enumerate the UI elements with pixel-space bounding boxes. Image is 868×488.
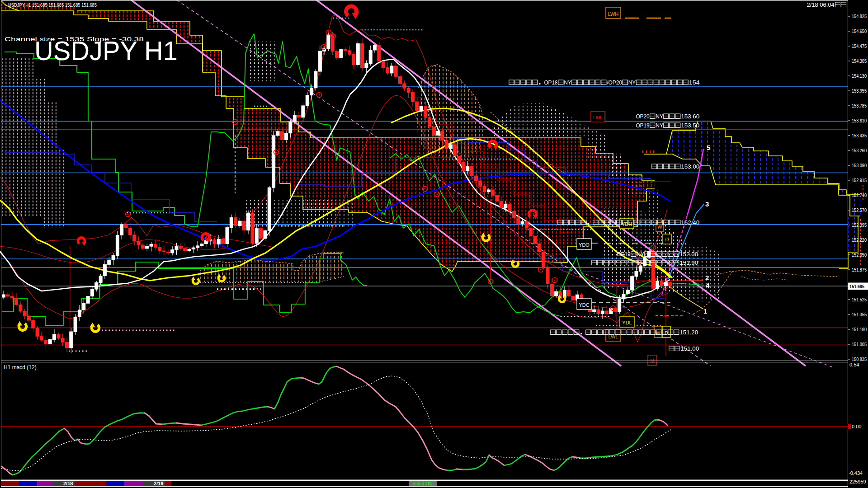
svg-text:153.260: 153.260 <box>852 148 867 153</box>
svg-text:YDL: YDL <box>622 320 632 325</box>
svg-text:OP20: OP20 <box>636 113 649 120</box>
svg-text:OP18: OP18 <box>544 80 557 86</box>
svg-text:154.130: 154.130 <box>852 73 867 79</box>
svg-text:151.00: 151.00 <box>680 346 699 352</box>
svg-text:LML: LML <box>593 115 603 120</box>
svg-text:macd ON: macd ON <box>413 481 433 486</box>
svg-text:2/18 06:04: 2/18 06:04 <box>807 2 835 8</box>
svg-text:152.40: 152.40 <box>681 220 699 226</box>
svg-text:H1 macd (12): H1 macd (12) <box>4 364 37 371</box>
svg-text:152.220: 152.220 <box>852 237 867 243</box>
svg-text:OP19: OP19 <box>636 122 649 129</box>
svg-text:NY: NY <box>656 113 663 120</box>
svg-text:151.90: 151.90 <box>679 260 698 266</box>
svg-text:2: 2 <box>705 274 709 282</box>
svg-text:152.395: 152.395 <box>852 222 867 228</box>
svg-text:2/18: 2/18 <box>63 481 73 486</box>
svg-text:154.475: 154.475 <box>852 43 867 49</box>
svg-text:154.825: 154.825 <box>852 14 867 19</box>
svg-text:153.785: 153.785 <box>852 103 867 108</box>
svg-text:152.570: 152.570 <box>852 207 867 213</box>
svg-text:152.050: 152.050 <box>852 252 867 258</box>
svg-text:0.00: 0.00 <box>852 424 861 429</box>
svg-text:153.435: 153.435 <box>852 133 867 138</box>
svg-text:153.955: 153.955 <box>852 88 867 94</box>
svg-text:4: 4 <box>706 282 710 289</box>
svg-text:150.835: 150.835 <box>852 357 867 362</box>
svg-text:D: D <box>665 237 669 242</box>
svg-text:3: 3 <box>705 200 709 208</box>
svg-text:154.650: 154.650 <box>852 28 867 34</box>
svg-text:151.685: 151.685 <box>849 284 864 289</box>
svg-text:NY: NY <box>564 80 571 86</box>
svg-text:154: 154 <box>689 80 700 86</box>
svg-text:225959: 225959 <box>849 479 866 484</box>
svg-text:YDC: YDC <box>579 302 589 308</box>
svg-text:153.50: 153.50 <box>681 122 699 129</box>
svg-text:153.00: 153.00 <box>681 164 699 170</box>
svg-text:NY: NY <box>637 251 644 258</box>
svg-text:OP19: OP19 <box>617 251 630 258</box>
svg-text:NY: NY <box>656 122 663 129</box>
svg-text:153.60: 153.60 <box>681 113 699 120</box>
svg-text:5: 5 <box>707 144 710 151</box>
svg-text:154.305: 154.305 <box>852 58 867 64</box>
svg-text:151.180: 151.180 <box>852 327 867 332</box>
svg-text:YDO: YDO <box>579 242 590 248</box>
svg-text:-0.434: -0.434 <box>849 470 863 476</box>
svg-text:152.00: 152.00 <box>679 251 698 258</box>
svg-text:153.090: 153.090 <box>852 163 867 168</box>
svg-text:2/19: 2/19 <box>154 481 163 486</box>
svg-text:151.20: 151.20 <box>679 329 698 336</box>
svg-text:D: D <box>665 330 668 336</box>
svg-text:NY: NY <box>628 80 636 86</box>
svg-text:152.740: 152.740 <box>852 192 867 198</box>
svg-text:153.610: 153.610 <box>852 118 867 123</box>
svg-text:/OP20: /OP20 <box>607 80 622 86</box>
svg-text:USDJPY,H1 151.685 151.685 151: USDJPY,H1 151.685 151.685 151.685 151.68… <box>8 2 97 8</box>
svg-text:151.525: 151.525 <box>852 297 867 302</box>
svg-text:152.915: 152.915 <box>852 178 867 183</box>
svg-text:151.355: 151.355 <box>852 312 867 317</box>
svg-text:151.875: 151.875 <box>852 267 867 272</box>
svg-text:LWH: LWH <box>608 11 619 17</box>
svg-text:USDJPY H1: USDJPY H1 <box>34 36 178 66</box>
svg-text:0.54: 0.54 <box>849 362 859 367</box>
svg-text:151.005: 151.005 <box>852 342 867 347</box>
svg-text:1: 1 <box>703 307 707 315</box>
